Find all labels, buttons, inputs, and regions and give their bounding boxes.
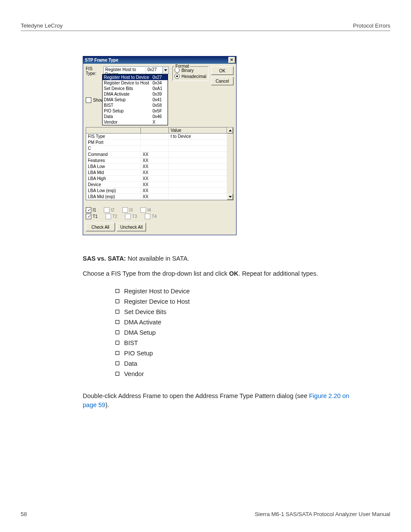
list-item: Set Device Bits xyxy=(115,308,350,317)
dropdown-option[interactable]: Register Device to Host0x34 xyxy=(103,80,168,86)
manual-title: Sierra M6-1 SAS/SATA Protocol Analyzer U… xyxy=(255,511,390,517)
list-item: Vendor xyxy=(115,370,350,379)
table-row[interactable]: LBA Low (exp)XX xyxy=(86,188,227,194)
fields-grid[interactable]: Value FIS Typet to DevicePM PortCCommand… xyxy=(86,127,234,200)
grid-header-name xyxy=(86,128,141,133)
port-check-i2[interactable]: I2 xyxy=(104,207,114,213)
dropdown-option[interactable]: BIST0x58 xyxy=(103,103,168,108)
choose-instruction: Choose a FIS Type from the drop-down lis… xyxy=(83,269,350,278)
sas-vs-sata: SAS vs. SATA: Not available in SATA. xyxy=(83,254,350,263)
table-row[interactable]: LBA LowXX xyxy=(86,164,227,170)
list-item: Register Device to Host xyxy=(115,297,350,306)
header-right: Protocol Errors xyxy=(353,22,390,29)
format-legend: Format xyxy=(174,64,190,68)
fis-type-dropdown[interactable]: Register Host to Device0x27Register Devi… xyxy=(102,74,168,125)
scroll-down-icon[interactable] xyxy=(227,194,233,200)
dialog-title: STP Frame Type xyxy=(85,58,228,62)
list-item: PIO Setup xyxy=(115,349,350,358)
uncheck-all-button[interactable]: Uncheck All xyxy=(117,223,146,231)
list-item: Register Host to Device xyxy=(115,287,350,296)
combo-text: Register Host to Device xyxy=(104,67,146,74)
port-check-t4[interactable]: T4 xyxy=(145,214,157,219)
dropdown-option[interactable]: PIO Setup0x5F xyxy=(103,108,168,114)
scroll-up-icon[interactable] xyxy=(227,128,233,134)
table-row[interactable]: PM Port xyxy=(86,140,227,146)
fis-type-label: FIS Type: xyxy=(86,66,101,76)
address-frame-instruction: Double-click Address Frame to open the A… xyxy=(83,392,350,410)
title-bar[interactable]: STP Frame Type ✕ xyxy=(83,56,236,64)
port-checks: ✓I1I2I3I4 ✓T1T2T3T4 xyxy=(86,207,234,219)
format-group: Format Binary Hexadecimal xyxy=(172,66,209,81)
ok-button[interactable]: OK xyxy=(211,66,234,75)
page-number: 58 xyxy=(21,511,27,517)
port-check-i3[interactable]: I3 xyxy=(122,207,133,213)
chevron-down-icon[interactable] xyxy=(162,67,168,74)
dropdown-option[interactable]: Register Host to Device0x27 xyxy=(103,75,168,80)
grid-header-value: Value xyxy=(169,128,227,133)
table-row[interactable]: CommandXX xyxy=(86,152,227,158)
fis-type-list: Register Host to DeviceRegister Device t… xyxy=(115,287,350,379)
grid-header-mask xyxy=(141,128,169,133)
port-check-i1[interactable]: ✓I1 xyxy=(86,207,96,213)
table-row[interactable]: FIS Typet to Device xyxy=(86,134,227,140)
dropdown-option[interactable]: VendorX xyxy=(103,119,168,125)
dropdown-option[interactable]: DMA Activate0x39 xyxy=(103,91,168,97)
dropdown-option[interactable]: DMA Setup0x41 xyxy=(103,97,168,103)
table-row[interactable]: LBA MidXX xyxy=(86,170,227,176)
list-item: DMA Setup xyxy=(115,328,350,337)
table-row[interactable]: LBA Mid (exp)XX xyxy=(86,194,227,200)
hex-radio[interactable]: Hexadecimal xyxy=(174,74,206,79)
dropdown-option[interactable]: Set Device Bits0xA1 xyxy=(103,86,168,91)
cancel-button[interactable]: Cancel xyxy=(211,77,234,85)
table-row[interactable]: FeaturesXX xyxy=(86,158,227,164)
table-row[interactable]: C xyxy=(86,146,227,152)
header-left: Teledyne LeCroy xyxy=(21,22,63,29)
table-row[interactable]: LBA HighXX xyxy=(86,176,227,182)
list-item: BIST xyxy=(115,339,350,348)
check-all-button[interactable]: Check All xyxy=(86,223,115,231)
port-check-t1[interactable]: ✓T1 xyxy=(86,214,98,219)
list-item: DMA Activate xyxy=(115,318,350,327)
dropdown-option[interactable]: Data0x46 xyxy=(103,114,168,119)
list-item: Data xyxy=(115,359,350,368)
table-row[interactable]: DeviceXX xyxy=(86,182,227,188)
port-check-t3[interactable]: T3 xyxy=(125,214,137,219)
fis-type-combo[interactable]: Register Host to Device 0x27 xyxy=(103,66,169,74)
port-check-i4[interactable]: I4 xyxy=(140,207,151,213)
port-check-t2[interactable]: T2 xyxy=(106,214,118,219)
scrollbar[interactable] xyxy=(227,128,233,200)
header-rule xyxy=(21,31,390,31)
close-icon[interactable]: ✕ xyxy=(228,57,235,63)
combo-code: 0x27 xyxy=(146,67,162,74)
stp-frame-type-dialog: STP Frame Type ✕ FIS Type: Register Host… xyxy=(83,56,237,235)
